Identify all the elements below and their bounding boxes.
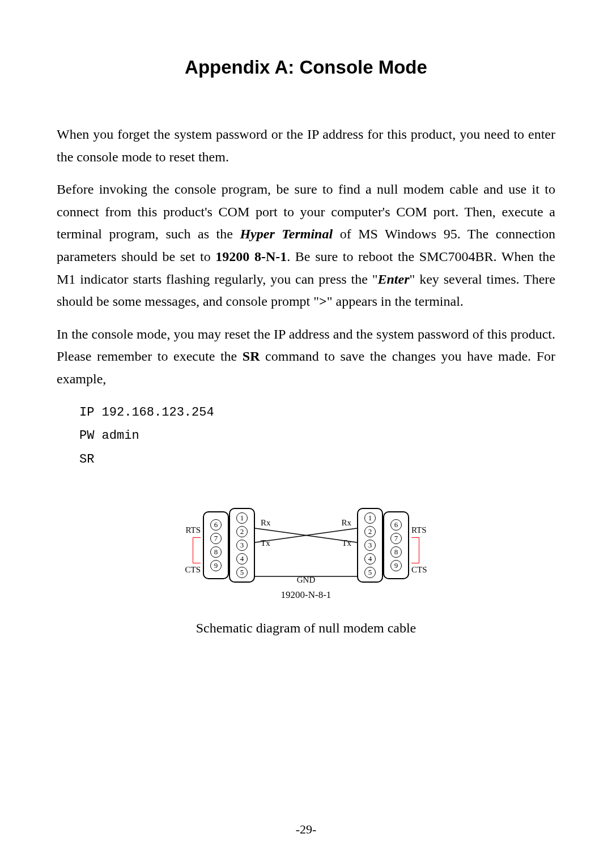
pin: 7 bbox=[390, 533, 402, 544]
pin: 1 bbox=[236, 512, 248, 524]
hyper-terminal-label: Hyper Terminal bbox=[240, 226, 333, 241]
sr-command: SR bbox=[243, 349, 260, 364]
code-line: PW admin bbox=[79, 424, 555, 448]
diagram-setting-label: 19200-N-8-1 bbox=[185, 589, 427, 601]
text-segment: " appears in the terminal. bbox=[327, 294, 464, 309]
setup-paragraph: Before invoking the console program, be … bbox=[57, 178, 555, 313]
cts-label: CTS bbox=[185, 563, 201, 577]
rts-label: RTS bbox=[411, 524, 427, 537]
enter-key-label: Enter bbox=[377, 272, 409, 287]
cable-diagram: RTS CTS 6 7 8 9 1 2 3 4 5 bbox=[57, 506, 555, 636]
pin: 5 bbox=[236, 567, 248, 578]
left-inner-pins: 1 2 3 4 5 bbox=[229, 508, 255, 583]
pin: 6 bbox=[210, 519, 222, 531]
pin: 4 bbox=[236, 553, 248, 565]
pin: 4 bbox=[364, 553, 376, 565]
left-outer-pins: 6 7 8 9 bbox=[203, 511, 229, 579]
pin: 2 bbox=[236, 526, 248, 537]
right-bracket bbox=[411, 537, 419, 563]
right-inner-pins: 1 2 3 4 5 bbox=[357, 508, 383, 583]
intro-paragraph: When you forget the system password or t… bbox=[57, 123, 555, 168]
code-example: IP 192.168.123.254 PW admin SR bbox=[79, 401, 555, 472]
wire-crossover: Rx Rx Tx Tx GND bbox=[255, 506, 357, 585]
pin: 3 bbox=[364, 540, 376, 551]
code-line: IP 192.168.123.254 bbox=[79, 401, 555, 425]
pin: 9 bbox=[210, 560, 222, 571]
pin: 1 bbox=[364, 512, 376, 524]
diagram-caption: Schematic diagram of null modem cable bbox=[57, 621, 555, 636]
pin: 2 bbox=[364, 526, 376, 537]
pin: 8 bbox=[390, 546, 402, 558]
gnd-label: GND bbox=[255, 575, 357, 585]
prompt-char: > bbox=[319, 294, 327, 309]
left-connector: 6 7 8 9 1 2 3 4 5 bbox=[203, 508, 255, 583]
tx-left-label: Tx bbox=[261, 538, 270, 548]
pin: 8 bbox=[210, 546, 222, 558]
page-number: -29- bbox=[0, 822, 612, 837]
reset-paragraph: In the console mode, you may reset the I… bbox=[57, 323, 555, 391]
pin: 5 bbox=[364, 567, 376, 578]
rx-right-label: Rx bbox=[341, 518, 351, 528]
page-title: Appendix A: Console Mode bbox=[57, 57, 555, 78]
pin: 3 bbox=[236, 540, 248, 551]
baud-setting: 19200 8-N-1 bbox=[215, 249, 287, 264]
pin: 6 bbox=[390, 519, 402, 531]
pin: 7 bbox=[210, 533, 222, 544]
right-connector: 1 2 3 4 5 6 7 8 9 bbox=[357, 508, 409, 583]
code-line: SR bbox=[79, 448, 555, 472]
rx-left-label: Rx bbox=[261, 518, 271, 528]
left-bracket bbox=[193, 537, 201, 563]
cts-label: CTS bbox=[411, 563, 427, 577]
pin: 9 bbox=[390, 560, 402, 571]
rts-label: RTS bbox=[185, 524, 201, 537]
tx-right-label: Tx bbox=[342, 538, 351, 548]
left-signal-labels: RTS CTS bbox=[185, 514, 201, 577]
right-signal-labels: RTS CTS bbox=[411, 514, 427, 577]
right-outer-pins: 6 7 8 9 bbox=[383, 511, 409, 579]
